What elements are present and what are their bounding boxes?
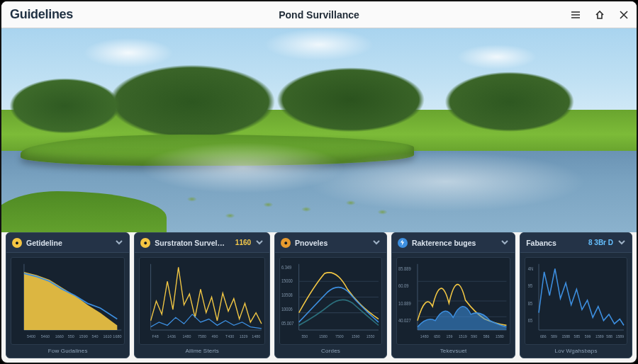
panel-title: Rakterence buges [412,239,496,247]
panel-value: 8 3Br D [588,239,613,246]
svg-text:7500: 7500 [335,334,344,339]
chevron-down-icon[interactable] [500,237,509,249]
svg-text:1588: 1588 [562,334,571,339]
lightning-icon [398,238,408,248]
panel-header[interactable]: Fabancs 8 3Br D [520,233,632,253]
svg-text:1590: 1590 [352,334,360,339]
svg-text:1480: 1480 [252,334,261,339]
svg-text:686: 686 [540,334,547,339]
panel-title: Fabancs [526,239,581,247]
svg-text:1436: 1436 [167,334,176,339]
svg-text:585: 585 [574,334,581,339]
svg-text:10.889: 10.889 [398,300,411,305]
svg-text:1550: 1550 [366,334,375,339]
chart-fabancs: 4N958565 686589158858559915895881589 [525,257,627,345]
svg-text:10508: 10508 [281,292,293,298]
panel-footer: Lov Wgahsbaps [520,346,632,358]
svg-text:10006: 10006 [281,307,293,312]
panel-fabancs: Fabancs 8 3Br D 4N958565 686589158858559… [520,232,632,358]
svg-text:15000: 15000 [281,278,293,284]
app-window: Guidelines Pond Survillance ● Getideline [0,0,638,364]
window-controls [570,9,629,21]
svg-text:4N: 4N [528,266,533,271]
menu-icon[interactable] [570,9,581,21]
chart-pnoveles: 6.34915000105081000605.007 5501580750015… [279,257,382,345]
chart-guidelines: 540054601660550159054016101680 [11,257,125,345]
close-icon[interactable] [618,9,629,21]
svg-text:7580: 7580 [198,334,206,339]
svg-text:650: 650 [434,334,440,339]
titlebar: Guidelines Pond Survillance [1,1,637,28]
svg-text:540: 540 [91,334,98,339]
dot-icon: ● [140,238,150,248]
hero-grass-island [21,135,415,166]
chevron-down-icon[interactable] [617,237,626,249]
panel-pnoveles: ● Pnoveles 6.34915000105081000605.007 55… [274,232,387,358]
svg-text:1589: 1589 [595,334,604,339]
svg-text:85: 85 [528,300,533,306]
svg-text:5460: 5460 [41,334,50,339]
panels-row: ● Getideline 540054601660550159054016101… [6,232,632,358]
svg-text:490: 490 [212,334,218,339]
svg-text:65: 65 [528,318,533,324]
svg-text:550: 550 [68,334,74,339]
svg-text:05.007: 05.007 [281,321,294,326]
svg-text:1580: 1580 [319,334,328,339]
panel-header[interactable]: Rakterence buges [392,233,515,253]
svg-text:599: 599 [585,334,591,339]
panel-header[interactable]: ● Getideline [6,233,129,253]
panel-reference: Rakterence buges 85.88960.0910.88940.027… [391,232,515,358]
svg-text:60.09: 60.09 [398,283,409,288]
panel-footer: Fow Gudalines [6,346,129,358]
chevron-down-icon[interactable] [115,237,123,249]
panel-value: 1160 [235,239,251,246]
svg-text:T430: T430 [225,334,234,339]
svg-text:550: 550 [302,334,308,339]
svg-text:1329: 1329 [240,334,248,339]
svg-text:1519: 1519 [459,334,467,339]
home-icon[interactable] [594,9,605,21]
panel-footer: Ailime Sterts [135,346,269,358]
svg-text:1480: 1480 [183,334,191,339]
svg-text:590: 590 [471,334,477,339]
svg-text:6.349: 6.349 [281,264,292,270]
panel-footer: Tekevsuet [392,346,515,358]
svg-text:1610: 1610 [103,334,111,339]
page-title: Pond Survillance [1,9,637,21]
chart-reference: 85.88960.0910.88940.027 1480650159151959… [396,257,510,345]
svg-text:1589: 1589 [616,334,625,339]
svg-text:588: 588 [606,334,612,339]
dot-icon: ● [281,238,291,248]
svg-text:40.027: 40.027 [398,318,411,323]
hero-pond-image [1,28,637,232]
panel-guidelines: ● Getideline 540054601660550159054016101… [6,232,130,358]
panel-title: Pnoveles [295,239,368,247]
panel-header[interactable]: ● Surstraton Survelance 1160 [135,233,269,253]
svg-text:5400: 5400 [27,334,35,339]
svg-text:85.889: 85.889 [398,266,411,271]
svg-text:586: 586 [483,334,490,339]
panel-surveillance: ● Surstraton Survelance 1160 F4814361480… [134,232,270,358]
svg-text:1580: 1580 [496,334,504,339]
app-title: Guidelines [10,7,73,22]
svg-text:1680: 1680 [113,334,121,339]
svg-text:F48: F48 [152,334,159,339]
panel-header[interactable]: ● Pnoveles [275,233,386,253]
svg-text:1660: 1660 [55,334,64,339]
chevron-down-icon[interactable] [255,237,264,249]
panel-footer: Cordes [275,346,386,358]
panel-title: Getideline [26,239,111,247]
svg-text:1590: 1590 [79,334,88,339]
panel-title: Surstraton Survelance [155,239,228,247]
chevron-down-icon[interactable] [372,237,381,249]
svg-text:159: 159 [446,334,452,339]
hero-grass-foreground [1,191,167,232]
svg-text:95: 95 [528,283,533,289]
svg-text:1480: 1480 [420,334,429,339]
svg-text:589: 589 [551,334,557,339]
chart-surveillance: F48143614807580490T43013291480 [139,257,265,345]
dot-icon: ● [12,238,22,248]
